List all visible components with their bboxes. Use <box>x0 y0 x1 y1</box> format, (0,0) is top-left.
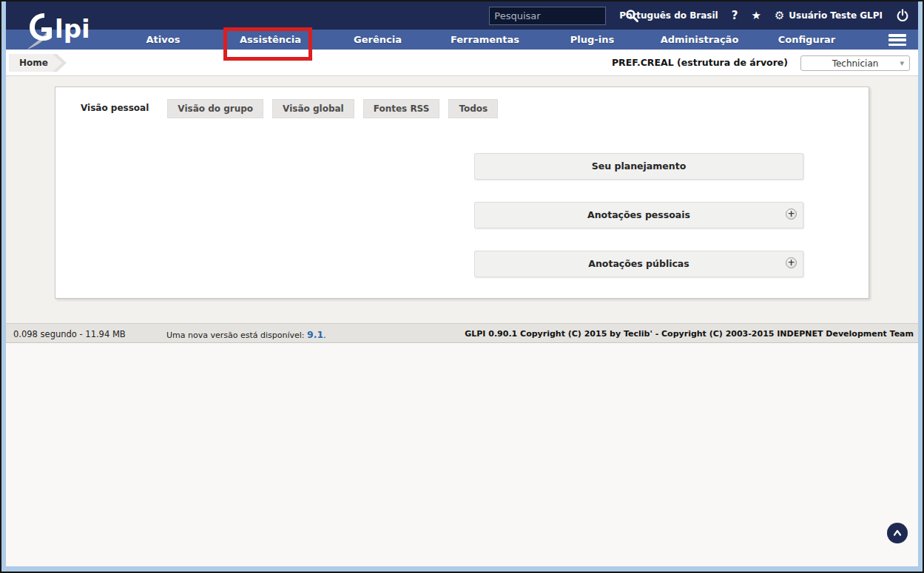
panel-title: Seu planejamento <box>475 154 803 179</box>
chevron-down-icon: ▾ <box>900 58 904 68</box>
tab-todos[interactable]: Todos <box>448 99 498 118</box>
logout-power-icon[interactable] <box>896 9 909 22</box>
nav-item-configurar[interactable]: Configurar <box>753 34 860 45</box>
nav-item-administracao[interactable]: Administração <box>646 34 753 45</box>
scroll-to-top-button[interactable] <box>887 523 908 543</box>
breadcrumb-row: Home PREF.CREAL (estrutura de árvore) Te… <box>6 50 918 76</box>
header-controls: Português do Brasil ? ★ ⚙ Usuário Teste … <box>489 1 909 30</box>
nav-item-plugins[interactable]: Plug-ins <box>539 34 646 45</box>
add-plus-icon[interactable]: + <box>786 208 797 220</box>
add-plus-icon[interactable]: + <box>786 257 797 268</box>
breadcrumb-home[interactable]: Home <box>9 54 62 72</box>
browser-frame: lpi Português do Brasil ? ★ <box>0 0 924 573</box>
settings-gear-icon: ⚙ <box>775 9 784 22</box>
nav-items: Ativos Assistência Gerência Ferramentas … <box>109 30 918 50</box>
nav-item-ferramentas[interactable]: Ferramentas <box>431 34 539 45</box>
copyright-text: GLPI 0.90.1 Copyright (C) 2015 by Teclib… <box>465 329 914 339</box>
bookmark-star-icon[interactable]: ★ <box>751 9 761 22</box>
entity-label[interactable]: PREF.CREAL (estrutura de árvore) <box>612 57 788 68</box>
profile-dropdown[interactable]: Technician ▾ <box>800 55 910 71</box>
nav-item-gerencia[interactable]: Gerência <box>324 34 431 45</box>
global-search <box>489 7 606 25</box>
search-icon[interactable] <box>624 8 639 23</box>
profile-selected-value: Technician <box>832 58 879 69</box>
help-icon[interactable]: ? <box>732 9 738 22</box>
main-navbar: Ativos Assistência Gerência Ferramentas … <box>6 30 918 50</box>
tab-fontes-rss[interactable]: Fontes RSS <box>363 99 440 118</box>
performance-stats: 0.098 segundo - 11.94 MB <box>13 329 126 339</box>
update-version-link[interactable]: 9.1 <box>307 329 323 340</box>
panel-seu-planejamento[interactable]: Seu planejamento <box>474 153 803 180</box>
nav-item-assistencia[interactable]: Assistência <box>217 34 324 45</box>
svg-text:lpi: lpi <box>55 14 90 44</box>
update-notice-text: Uma nova versão está disponível: <box>166 330 307 340</box>
update-notice: Uma nova versão está disponível: 9.1. <box>166 329 326 340</box>
glpi-logo[interactable]: lpi <box>22 3 118 52</box>
tab-visao-pessoal[interactable]: Visão pessoal <box>71 99 158 118</box>
view-tabs: Visão pessoal Visão do grupo Visão globa… <box>71 99 498 118</box>
tab-visao-do-grupo[interactable]: Visão do grupo <box>167 99 263 118</box>
user-name-label: Usuário Teste GLPI <box>789 10 883 21</box>
search-input[interactable] <box>490 10 624 21</box>
top-header-bar: lpi Português do Brasil ? ★ <box>6 1 918 30</box>
glpi-page: lpi Português do Brasil ? ★ <box>6 1 918 566</box>
update-notice-period: . <box>323 330 326 340</box>
panel-title: Anotações pessoais <box>475 203 803 228</box>
main-content: Visão pessoal Visão do grupo Visão globa… <box>6 76 918 323</box>
tab-visao-global[interactable]: Visão global <box>272 99 354 118</box>
panel-title: Anotações públicas <box>475 251 803 277</box>
panel-anotacoes-publicas[interactable]: Anotações públicas + <box>474 251 803 277</box>
panel-anotacoes-pessoais[interactable]: Anotações pessoais + <box>474 202 803 228</box>
dashboard-card: Visão pessoal Visão do grupo Visão globa… <box>55 87 869 299</box>
hamburger-menu-icon[interactable] <box>888 34 906 46</box>
footer-bar: 0.098 segundo - 11.94 MB Uma nova versão… <box>6 323 918 343</box>
page-bottom-area <box>6 343 918 566</box>
nav-item-ativos[interactable]: Ativos <box>109 34 217 45</box>
user-menu[interactable]: ⚙ Usuário Teste GLPI <box>775 9 883 22</box>
